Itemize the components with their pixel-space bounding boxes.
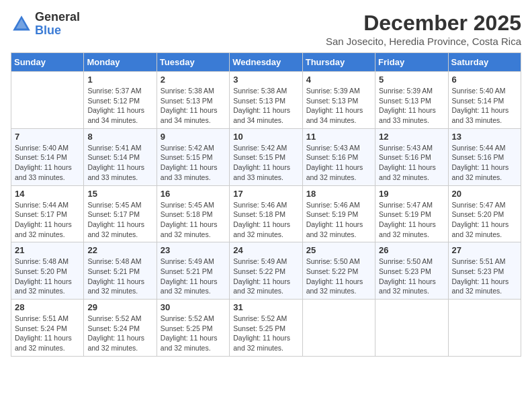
month-title: December 2025 bbox=[326, 11, 521, 36]
calendar-cell: 13Sunrise: 5:44 AM Sunset: 5:16 PM Dayli… bbox=[448, 128, 521, 185]
calendar-cell: 31Sunrise: 5:52 AM Sunset: 5:25 PM Dayli… bbox=[230, 300, 302, 357]
title-block: December 2025 San Josecito, Heredia Prov… bbox=[326, 11, 521, 47]
cell-info: Sunrise: 5:38 AM Sunset: 5:13 PM Dayligh… bbox=[233, 86, 298, 126]
day-number: 12 bbox=[379, 132, 444, 142]
day-number: 20 bbox=[452, 189, 517, 199]
cell-info: Sunrise: 5:49 AM Sunset: 5:21 PM Dayligh… bbox=[161, 257, 226, 296]
day-number: 18 bbox=[306, 189, 371, 199]
logo-general: General bbox=[35, 10, 80, 24]
calendar-cell: 3Sunrise: 5:38 AM Sunset: 5:13 PM Daylig… bbox=[230, 72, 302, 129]
cell-info: Sunrise: 5:52 AM Sunset: 5:24 PM Dayligh… bbox=[87, 314, 152, 353]
calendar-cell: 19Sunrise: 5:47 AM Sunset: 5:19 PM Dayli… bbox=[375, 185, 448, 242]
cell-info: Sunrise: 5:51 AM Sunset: 5:24 PM Dayligh… bbox=[15, 314, 80, 353]
day-number: 5 bbox=[379, 75, 444, 85]
header-day-tuesday: Tuesday bbox=[157, 53, 229, 72]
calendar-cell: 21Sunrise: 5:48 AM Sunset: 5:20 PM Dayli… bbox=[11, 242, 84, 300]
calendar-cell: 1Sunrise: 5:37 AM Sunset: 5:12 PM Daylig… bbox=[84, 72, 157, 129]
cell-info: Sunrise: 5:48 AM Sunset: 5:20 PM Dayligh… bbox=[15, 257, 80, 296]
cell-info: Sunrise: 5:46 AM Sunset: 5:18 PM Dayligh… bbox=[233, 200, 298, 240]
calendar-cell: 2Sunrise: 5:38 AM Sunset: 5:13 PM Daylig… bbox=[157, 72, 229, 129]
cell-info: Sunrise: 5:45 AM Sunset: 5:17 PM Dayligh… bbox=[87, 200, 152, 240]
calendar-week-5: 28Sunrise: 5:51 AM Sunset: 5:24 PM Dayli… bbox=[11, 300, 521, 357]
calendar-body: 1Sunrise: 5:37 AM Sunset: 5:12 PM Daylig… bbox=[11, 72, 521, 357]
cell-info: Sunrise: 5:42 AM Sunset: 5:15 PM Dayligh… bbox=[161, 143, 226, 183]
logo-blue: Blue bbox=[35, 24, 61, 37]
day-number: 23 bbox=[161, 245, 226, 255]
logo-text: General Blue bbox=[35, 11, 80, 38]
calendar-cell: 16Sunrise: 5:45 AM Sunset: 5:18 PM Dayli… bbox=[157, 185, 229, 242]
day-number: 22 bbox=[87, 245, 152, 255]
day-number: 11 bbox=[306, 132, 371, 142]
header-day-wednesday: Wednesday bbox=[230, 53, 302, 72]
calendar-cell bbox=[11, 72, 84, 129]
day-number: 4 bbox=[306, 75, 371, 85]
calendar-cell: 15Sunrise: 5:45 AM Sunset: 5:17 PM Dayli… bbox=[84, 185, 157, 242]
header-day-sunday: Sunday bbox=[11, 53, 84, 72]
cell-info: Sunrise: 5:43 AM Sunset: 5:16 PM Dayligh… bbox=[306, 143, 371, 183]
day-number: 17 bbox=[233, 189, 298, 199]
calendar-cell bbox=[375, 300, 448, 357]
day-number: 28 bbox=[15, 302, 80, 312]
day-number: 24 bbox=[233, 245, 298, 255]
day-number: 8 bbox=[87, 132, 152, 142]
calendar-week-3: 14Sunrise: 5:44 AM Sunset: 5:17 PM Dayli… bbox=[11, 185, 521, 242]
day-number: 16 bbox=[161, 189, 226, 199]
calendar-cell: 25Sunrise: 5:50 AM Sunset: 5:22 PM Dayli… bbox=[302, 242, 375, 300]
day-number: 9 bbox=[161, 132, 226, 142]
cell-info: Sunrise: 5:39 AM Sunset: 5:13 PM Dayligh… bbox=[379, 86, 444, 126]
page-header: General Blue December 2025 San Josecito,… bbox=[11, 11, 521, 47]
calendar-cell: 30Sunrise: 5:52 AM Sunset: 5:25 PM Dayli… bbox=[157, 300, 229, 357]
day-number: 6 bbox=[452, 75, 517, 85]
cell-info: Sunrise: 5:46 AM Sunset: 5:19 PM Dayligh… bbox=[306, 200, 371, 240]
calendar-cell: 27Sunrise: 5:51 AM Sunset: 5:23 PM Dayli… bbox=[448, 242, 521, 300]
header-day-monday: Monday bbox=[84, 53, 157, 72]
cell-info: Sunrise: 5:38 AM Sunset: 5:13 PM Dayligh… bbox=[161, 86, 226, 126]
calendar-cell: 11Sunrise: 5:43 AM Sunset: 5:16 PM Dayli… bbox=[302, 128, 375, 185]
day-number: 14 bbox=[15, 189, 80, 199]
calendar-cell: 8Sunrise: 5:41 AM Sunset: 5:14 PM Daylig… bbox=[84, 128, 157, 185]
day-number: 21 bbox=[15, 245, 80, 255]
calendar-cell: 29Sunrise: 5:52 AM Sunset: 5:24 PM Dayli… bbox=[84, 300, 157, 357]
cell-info: Sunrise: 5:37 AM Sunset: 5:12 PM Dayligh… bbox=[87, 86, 152, 126]
calendar-cell: 12Sunrise: 5:43 AM Sunset: 5:16 PM Dayli… bbox=[375, 128, 448, 185]
day-number: 7 bbox=[15, 132, 80, 142]
calendar-table: SundayMondayTuesdayWednesdayThursdayFrid… bbox=[11, 52, 521, 357]
cell-info: Sunrise: 5:44 AM Sunset: 5:16 PM Dayligh… bbox=[452, 143, 517, 183]
calendar-cell: 23Sunrise: 5:49 AM Sunset: 5:21 PM Dayli… bbox=[157, 242, 229, 300]
calendar-header: SundayMondayTuesdayWednesdayThursdayFrid… bbox=[11, 53, 521, 72]
cell-info: Sunrise: 5:49 AM Sunset: 5:22 PM Dayligh… bbox=[233, 257, 298, 296]
header-day-saturday: Saturday bbox=[448, 53, 521, 72]
calendar-week-2: 7Sunrise: 5:40 AM Sunset: 5:14 PM Daylig… bbox=[11, 128, 521, 185]
cell-info: Sunrise: 5:52 AM Sunset: 5:25 PM Dayligh… bbox=[233, 314, 298, 353]
calendar-cell: 17Sunrise: 5:46 AM Sunset: 5:18 PM Dayli… bbox=[230, 185, 302, 242]
calendar-cell: 18Sunrise: 5:46 AM Sunset: 5:19 PM Dayli… bbox=[302, 185, 375, 242]
calendar-cell: 14Sunrise: 5:44 AM Sunset: 5:17 PM Dayli… bbox=[11, 185, 84, 242]
calendar-week-4: 21Sunrise: 5:48 AM Sunset: 5:20 PM Dayli… bbox=[11, 242, 521, 300]
cell-info: Sunrise: 5:52 AM Sunset: 5:25 PM Dayligh… bbox=[161, 314, 226, 353]
day-number: 13 bbox=[452, 132, 517, 142]
calendar-cell: 4Sunrise: 5:39 AM Sunset: 5:13 PM Daylig… bbox=[302, 72, 375, 129]
day-number: 29 bbox=[87, 302, 152, 312]
header-day-thursday: Thursday bbox=[302, 53, 375, 72]
calendar-cell bbox=[448, 300, 521, 357]
header-day-friday: Friday bbox=[375, 53, 448, 72]
cell-info: Sunrise: 5:50 AM Sunset: 5:22 PM Dayligh… bbox=[306, 257, 371, 296]
calendar-cell: 6Sunrise: 5:40 AM Sunset: 5:14 PM Daylig… bbox=[448, 72, 521, 129]
logo-icon bbox=[11, 13, 32, 35]
cell-info: Sunrise: 5:50 AM Sunset: 5:23 PM Dayligh… bbox=[379, 257, 444, 296]
cell-info: Sunrise: 5:39 AM Sunset: 5:13 PM Dayligh… bbox=[306, 86, 371, 126]
day-number: 2 bbox=[161, 75, 226, 85]
calendar-cell: 22Sunrise: 5:48 AM Sunset: 5:21 PM Dayli… bbox=[84, 242, 157, 300]
day-number: 10 bbox=[233, 132, 298, 142]
calendar-cell: 20Sunrise: 5:47 AM Sunset: 5:20 PM Dayli… bbox=[448, 185, 521, 242]
calendar-cell: 26Sunrise: 5:50 AM Sunset: 5:23 PM Dayli… bbox=[375, 242, 448, 300]
header-row: SundayMondayTuesdayWednesdayThursdayFrid… bbox=[11, 53, 521, 72]
day-number: 30 bbox=[161, 302, 226, 312]
cell-info: Sunrise: 5:48 AM Sunset: 5:21 PM Dayligh… bbox=[87, 257, 152, 296]
cell-info: Sunrise: 5:41 AM Sunset: 5:14 PM Dayligh… bbox=[87, 143, 152, 183]
calendar-cell: 10Sunrise: 5:42 AM Sunset: 5:15 PM Dayli… bbox=[230, 128, 302, 185]
day-number: 31 bbox=[233, 302, 298, 312]
cell-info: Sunrise: 5:40 AM Sunset: 5:14 PM Dayligh… bbox=[15, 143, 80, 183]
calendar-week-1: 1Sunrise: 5:37 AM Sunset: 5:12 PM Daylig… bbox=[11, 72, 521, 129]
logo: General Blue bbox=[11, 11, 80, 38]
